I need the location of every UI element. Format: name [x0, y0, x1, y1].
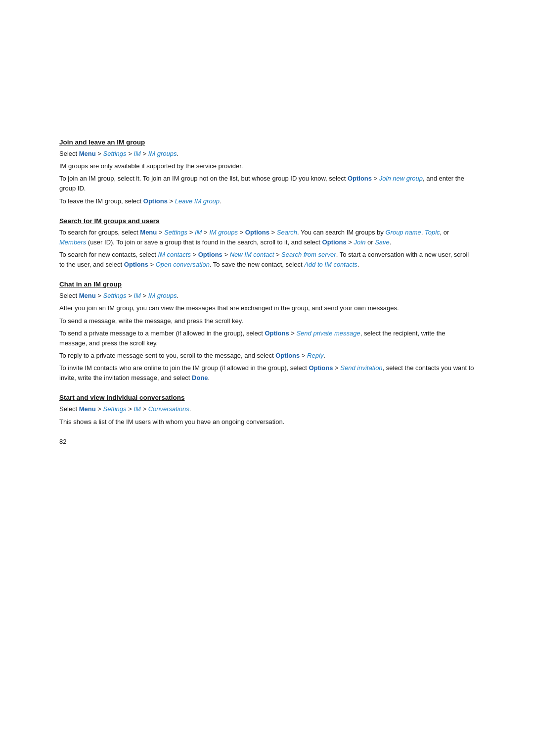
link-keyword: Leave IM group	[175, 197, 220, 205]
text-span: To search for new contacts, select	[59, 251, 158, 258]
link-keyword: IM contacts	[158, 251, 190, 258]
menu-keyword: Menu	[79, 405, 96, 413]
text-span: To send a message, write the message, an…	[59, 317, 243, 325]
link-keyword: Topic	[425, 229, 440, 236]
text-span: >	[269, 229, 277, 236]
options-keyword: Options	[265, 330, 289, 337]
link-keyword: Settings	[103, 292, 127, 299]
link-keyword: IM	[134, 292, 140, 299]
text-span: >	[333, 364, 340, 372]
paragraph: IM groups are only available if supporte…	[59, 161, 475, 171]
options-keyword: Options	[348, 175, 372, 182]
text-span: >	[157, 229, 164, 236]
link-keyword: Join new group	[379, 175, 423, 182]
text-span: To search for groups, select	[59, 229, 140, 236]
section-search-im-groups-users: Search for IM groups and usersTo search …	[59, 217, 475, 270]
text-span: >	[289, 330, 297, 337]
text-span: >	[238, 229, 245, 236]
section-body: To search for groups, select Menu > Sett…	[59, 228, 475, 270]
text-span: >	[202, 229, 209, 236]
section-body: Select Menu > Settings > IM > Conversati…	[59, 404, 475, 426]
link-keyword: IM	[195, 229, 202, 236]
text-span: To reply to a private message sent to yo…	[59, 352, 275, 359]
text-span: >	[127, 292, 134, 299]
text-span: .	[208, 374, 210, 381]
text-span: >	[347, 238, 354, 246]
text-span: To join an IM group, select it. To join …	[59, 175, 348, 182]
section-body: Select Menu > Settings > IM > IM groups.…	[59, 291, 475, 383]
text-span: >	[274, 251, 281, 258]
menu-keyword: Menu	[79, 150, 96, 157]
link-keyword: IM groups	[209, 229, 238, 236]
menu-keyword: Menu	[79, 292, 96, 299]
options-keyword: Options	[198, 251, 222, 258]
text-span: .	[189, 405, 191, 413]
text-span: Select	[59, 405, 79, 413]
text-span: To leave the IM group, select	[59, 197, 143, 205]
paragraph: This shows a list of the IM users with w…	[59, 417, 475, 427]
text-span: >	[127, 405, 134, 413]
section-chat-in-im-group: Chat in an IM groupSelect Menu > Setting…	[59, 281, 475, 383]
text-span: >	[148, 261, 156, 268]
options-keyword: Options	[309, 364, 333, 372]
page-number: 82	[59, 438, 475, 445]
text-span: .	[177, 150, 178, 157]
page-container: Join and leave an IM groupSelect Menu > …	[0, 0, 534, 756]
text-span: >	[191, 251, 198, 258]
paragraph: Select Menu > Settings > IM > IM groups.	[59, 149, 475, 159]
section-title: Chat in an IM group	[59, 281, 475, 288]
link-keyword: Group name	[385, 229, 421, 236]
text-span: . You can search IM groups by	[297, 229, 386, 236]
section-body: Select Menu > Settings > IM > IM groups.…	[59, 149, 475, 206]
text-span: To invite IM contacts who are online to …	[59, 364, 309, 372]
text-span: .	[177, 292, 178, 299]
link-keyword: Settings	[103, 405, 127, 413]
paragraph: To send a private message to a member (i…	[59, 329, 475, 348]
content-area: Join and leave an IM groupSelect Menu > …	[59, 139, 475, 427]
link-keyword: IM	[134, 150, 140, 157]
text-span: >	[96, 292, 103, 299]
link-keyword: Search	[277, 229, 297, 236]
text-span: >	[96, 150, 103, 157]
link-keyword: Reply	[307, 352, 323, 359]
link-keyword: Settings	[103, 150, 127, 157]
options-keyword: Options	[275, 352, 300, 359]
text-span: >	[187, 229, 195, 236]
options-keyword: Options	[143, 197, 168, 205]
link-keyword: Conversations	[148, 405, 189, 413]
text-span: Select	[59, 292, 79, 299]
text-span: .	[220, 197, 222, 205]
paragraph: Select Menu > Settings > IM > IM groups.	[59, 291, 475, 301]
text-span: >	[168, 197, 175, 205]
link-keyword: Open conversation	[156, 261, 210, 268]
paragraph: To send a message, write the message, an…	[59, 316, 475, 326]
text-span: >	[141, 150, 148, 157]
text-span: This shows a list of the IM users with w…	[59, 418, 284, 425]
text-span: (user ID). To join or save a group that …	[86, 238, 322, 246]
section-join-leave-im-group: Join and leave an IM groupSelect Menu > …	[59, 139, 475, 206]
paragraph: After you join an IM group, you can view…	[59, 303, 475, 313]
text-span: >	[96, 405, 103, 413]
text-span: .	[357, 261, 359, 268]
options-keyword: Options	[245, 229, 269, 236]
link-keyword: IM groups	[148, 150, 177, 157]
text-span: , or	[440, 229, 449, 236]
link-keyword: Members	[59, 238, 86, 246]
text-span: >	[300, 352, 307, 359]
text-span: . To save the new contact, select	[210, 261, 304, 268]
section-title: Join and leave an IM group	[59, 139, 475, 146]
options-keyword: Options	[124, 261, 148, 268]
paragraph: To reply to a private message sent to yo…	[59, 351, 475, 361]
link-keyword: IM	[134, 405, 140, 413]
text-span: ,	[421, 229, 425, 236]
text-span: or	[365, 238, 375, 246]
text-span: To send a private message to a member (i…	[59, 330, 265, 337]
text-span: >	[127, 150, 134, 157]
section-title: Start and view individual conversations	[59, 394, 475, 401]
options-keyword: Options	[322, 238, 347, 246]
link-keyword: New IM contact	[230, 251, 274, 258]
paragraph: To search for new contacts, select IM co…	[59, 250, 475, 270]
text-span: >	[141, 405, 148, 413]
text-span: Select	[59, 150, 79, 157]
text-span: After you join an IM group, you can view…	[59, 304, 399, 312]
